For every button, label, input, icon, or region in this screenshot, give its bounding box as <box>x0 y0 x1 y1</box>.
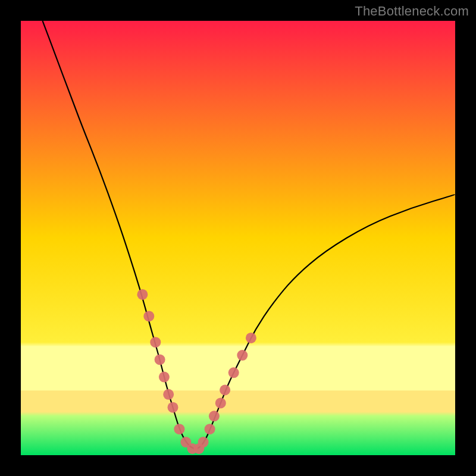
watermark-text: TheBottleneck.com <box>355 4 469 19</box>
marker-point <box>159 372 170 383</box>
marker-point <box>237 350 248 361</box>
chart-frame: TheBottleneck.com <box>0 0 476 476</box>
plot-area <box>21 21 455 455</box>
marker-point <box>228 367 239 378</box>
marker-point <box>220 385 230 396</box>
marker-point <box>155 354 165 365</box>
gradient-background <box>21 21 455 455</box>
marker-point <box>209 411 220 421</box>
marker-point <box>143 311 154 321</box>
marker-point <box>168 402 178 413</box>
marker-point <box>215 397 226 408</box>
marker-point <box>137 289 148 300</box>
marker-point <box>198 437 209 447</box>
chart-svg <box>21 21 455 455</box>
marker-point <box>205 424 215 434</box>
marker-point <box>150 337 161 347</box>
marker-point <box>174 424 184 434</box>
marker-point <box>163 389 174 400</box>
marker-point <box>246 333 256 343</box>
